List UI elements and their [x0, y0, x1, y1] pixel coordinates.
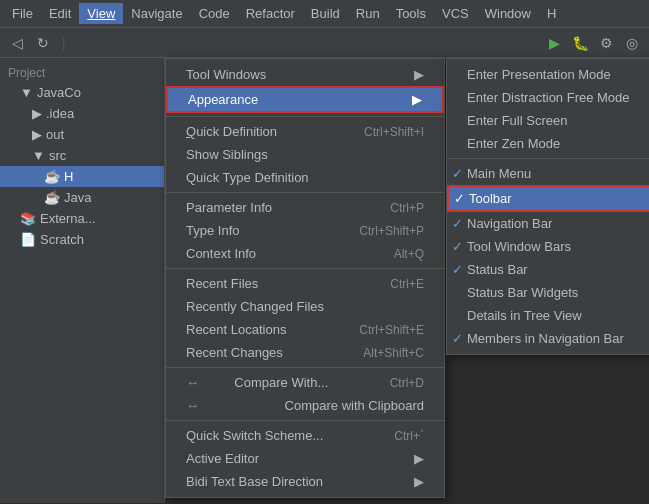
sidebar-item-javaco[interactable]: ▼ JavaCo	[0, 82, 164, 103]
label-members-nav: Members in Navigation Bar	[467, 331, 624, 346]
shortcut-param: Ctrl+P	[390, 201, 424, 215]
shortcut-recent: Ctrl+E	[390, 277, 424, 291]
sidebar-label-javaco: JavaCo	[37, 85, 81, 100]
sidebar-item-externa[interactable]: 📚 Externa...	[0, 208, 164, 229]
sidebar: Project ▼ JavaCo ▶ .idea ▶ out ▼ src ☕ H…	[0, 58, 165, 503]
menu-compare-with-label: Compare With...	[234, 375, 328, 390]
menu-quick-switch-label: Quick Switch Scheme...	[186, 428, 323, 443]
menu-main-menu[interactable]: ✓ Main Menu	[447, 162, 649, 185]
menu-recent-locations[interactable]: Recent Locations Ctrl+Shift+E	[166, 318, 444, 341]
label-status-bar-widgets: Status Bar Widgets	[467, 285, 578, 300]
shortcut-compare: Ctrl+D	[390, 376, 424, 390]
menu-run[interactable]: Run	[348, 3, 388, 24]
toolbar-refresh[interactable]: ↻	[32, 32, 54, 54]
menu-tool-windows[interactable]: Tool Windows ▶	[166, 63, 444, 86]
separator-3	[166, 268, 444, 269]
menu-nav-bar[interactable]: ✓ Navigation Bar	[447, 212, 649, 235]
menu-param-info-label: Parameter Info	[186, 200, 272, 215]
sidebar-label-scratch: Scratch	[40, 232, 84, 247]
scratch-icon: 📄	[20, 232, 36, 247]
menu-presentation-mode[interactable]: Enter Presentation Mode	[447, 63, 649, 86]
sidebar-label-src: src	[49, 148, 66, 163]
separator-5	[166, 420, 444, 421]
menu-recently-changed[interactable]: Recently Changed Files	[166, 295, 444, 318]
menu-navigate[interactable]: Navigate	[123, 3, 190, 24]
menu-members-nav[interactable]: ✓ Members in Navigation Bar	[447, 327, 649, 350]
menu-quick-type[interactable]: Quick Type Definition	[166, 166, 444, 189]
menu-appearance[interactable]: Appearance ▶	[166, 86, 444, 113]
menu-file[interactable]: File	[4, 3, 41, 24]
check-main-menu: ✓	[452, 166, 463, 181]
sidebar-item-h[interactable]: ☕ H	[0, 166, 164, 187]
menu-distraction-free[interactable]: Enter Distraction Free Mode	[447, 86, 649, 109]
folder-icon-out: ▶	[32, 127, 42, 142]
menu-show-siblings-label: Show Siblings	[186, 147, 268, 162]
menu-param-info[interactable]: Parameter Info Ctrl+P	[166, 196, 444, 219]
check-toolbar: ✓	[454, 191, 465, 206]
run-button[interactable]: ▶	[543, 32, 565, 54]
menu-recent-changes[interactable]: Recent Changes Alt+Shift+C	[166, 341, 444, 364]
label-details-tree: Details in Tree View	[467, 308, 582, 323]
profile-button[interactable]: ◎	[621, 32, 643, 54]
compare-clipboard-icon: ↔	[186, 398, 199, 413]
menu-full-screen[interactable]: Enter Full Screen	[447, 109, 649, 132]
menu-type-info[interactable]: Type Info Ctrl+Shift+P	[166, 219, 444, 242]
menu-recent-files[interactable]: Recent Files Ctrl+E	[166, 272, 444, 295]
coverage-button[interactable]: ⚙	[595, 32, 617, 54]
menu-build[interactable]: Build	[303, 3, 348, 24]
menu-quick-type-label: Quick Type Definition	[186, 170, 309, 185]
view-menu-panel: Tool Windows ▶ Appearance ▶ Quick Defini…	[165, 58, 445, 498]
menu-toolbar[interactable]: ✓ Toolbar	[447, 185, 649, 212]
separator-4	[166, 367, 444, 368]
folder-icon-idea: ▶	[32, 106, 42, 121]
menu-view[interactable]: View	[79, 3, 123, 24]
folder-icon-src: ▼	[32, 148, 45, 163]
menu-recent-changes-label: Recent Changes	[186, 345, 283, 360]
menu-details-tree[interactable]: Details in Tree View	[447, 304, 649, 327]
label-full-screen: Enter Full Screen	[467, 113, 567, 128]
sidebar-label-externa: Externa...	[40, 211, 96, 226]
menu-help[interactable]: H	[539, 3, 564, 24]
menu-show-siblings[interactable]: Show Siblings	[166, 143, 444, 166]
label-main-menu: Main Menu	[467, 166, 531, 181]
menu-edit[interactable]: Edit	[41, 3, 79, 24]
menu-bidi-label: Bidi Text Base Direction	[186, 474, 323, 489]
menu-type-info-label: Type Info	[186, 223, 239, 238]
sidebar-label-java: Java	[64, 190, 91, 205]
menu-refactor[interactable]: Refactor	[238, 3, 303, 24]
menu-compare-clipboard-label: Compare with Clipboard	[285, 398, 424, 413]
sidebar-item-src[interactable]: ▼ src	[0, 145, 164, 166]
menu-status-bar-widgets[interactable]: Status Bar Widgets ▶	[447, 281, 649, 304]
label-distraction-free: Enter Distraction Free Mode	[467, 90, 630, 105]
menu-zen-mode[interactable]: Enter Zen Mode	[447, 132, 649, 155]
sidebar-item-java[interactable]: ☕ Java	[0, 187, 164, 208]
toolbar-back[interactable]: ◁	[6, 32, 28, 54]
label-presentation-mode: Enter Presentation Mode	[467, 67, 611, 82]
menu-quick-switch[interactable]: Quick Switch Scheme... Ctrl+`	[166, 424, 444, 447]
menu-compare-with[interactable]: ↔ Compare With... Ctrl+D	[166, 371, 444, 394]
sidebar-item-scratch[interactable]: 📄 Scratch	[0, 229, 164, 250]
menu-bidi[interactable]: Bidi Text Base Direction ▶	[166, 470, 444, 493]
menu-context-info[interactable]: Context Info Alt+Q	[166, 242, 444, 265]
menu-vcs[interactable]: VCS	[434, 3, 477, 24]
menu-window[interactable]: Window	[477, 3, 539, 24]
file-icon-h: ☕	[44, 169, 60, 184]
menu-appearance-label: Appearance	[188, 92, 258, 107]
sidebar-label-idea: .idea	[46, 106, 74, 121]
debug-button[interactable]: 🐛	[569, 32, 591, 54]
shortcut-recent-loc: Ctrl+Shift+E	[359, 323, 424, 337]
menu-compare-clipboard[interactable]: ↔ Compare with Clipboard	[166, 394, 444, 417]
separator-2	[166, 192, 444, 193]
menu-context-info-label: Context Info	[186, 246, 256, 261]
menu-recently-changed-label: Recently Changed Files	[186, 299, 324, 314]
sidebar-item-out[interactable]: ▶ out	[0, 124, 164, 145]
arrow-bidi: ▶	[414, 474, 424, 489]
menu-tool-window-bars[interactable]: ✓ Tool Window Bars	[447, 235, 649, 258]
sidebar-label-h: H	[64, 169, 73, 184]
menu-quick-def[interactable]: Quick Definition Ctrl+Shift+I	[166, 120, 444, 143]
menu-code[interactable]: Code	[191, 3, 238, 24]
sidebar-item-idea[interactable]: ▶ .idea	[0, 103, 164, 124]
menu-status-bar[interactable]: ✓ Status Bar	[447, 258, 649, 281]
menu-active-editor[interactable]: Active Editor ▶	[166, 447, 444, 470]
menu-tools[interactable]: Tools	[388, 3, 434, 24]
